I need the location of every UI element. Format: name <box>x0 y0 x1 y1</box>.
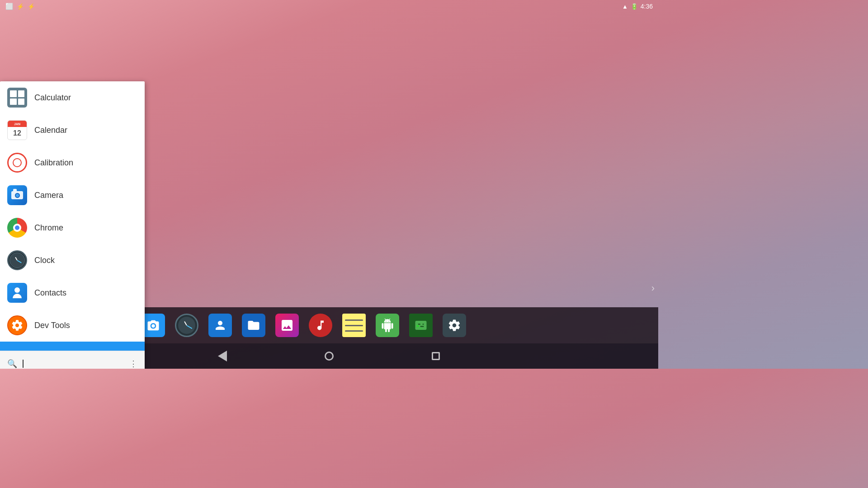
calculator-icon <box>7 88 27 108</box>
taskbar-photos[interactable] <box>271 310 303 341</box>
tb-android-icon <box>376 314 399 337</box>
search-icon: 🔍 <box>7 359 17 369</box>
wifi-icon: ▲ <box>622 3 628 10</box>
calculator-label: Calculator <box>34 93 71 103</box>
back-button[interactable] <box>214 348 231 364</box>
status-bar-right: ▲ 🔋 4:36 <box>622 3 653 10</box>
app-item-devtools[interactable]: Dev Tools <box>0 309 145 342</box>
status-bar: ⬜ ⚡ ⚡ ▲ 🔋 4:36 <box>0 0 658 13</box>
devtools-label: Dev Tools <box>34 321 70 330</box>
clock-label: Clock <box>34 256 55 265</box>
contacts-label: Contacts <box>34 288 66 298</box>
home-button[interactable] <box>321 348 337 364</box>
cursor-indicator <box>23 359 24 368</box>
app-item-calibration[interactable]: Calibration <box>0 146 145 179</box>
right-arrow-indicator[interactable]: › <box>648 279 658 298</box>
camera-label: Camera <box>34 191 63 200</box>
chrome-icon <box>7 218 27 238</box>
usb-icon: ⚡ <box>17 3 24 10</box>
calendar-label: Calendar <box>34 126 67 135</box>
tb-contacts-icon <box>208 314 232 337</box>
battery-icon: 🔋 <box>631 3 638 10</box>
taskbar-music[interactable] <box>305 310 336 341</box>
taskbar-clock[interactable] <box>171 310 203 341</box>
screen-icon: ⬜ <box>5 3 13 10</box>
tb-clock-icon <box>175 314 198 337</box>
calendar-icon: JAN 12 <box>7 120 27 140</box>
app-item-clock[interactable]: Clock <box>0 244 145 277</box>
more-options-icon[interactable]: ⋮ <box>129 359 137 369</box>
clock-time: 4:36 <box>641 3 653 10</box>
recent-icon <box>432 352 440 360</box>
taskbar-settings[interactable] <box>439 310 470 341</box>
camera-icon <box>7 185 27 205</box>
recent-button[interactable] <box>428 348 444 364</box>
status-bar-left: ⬜ ⚡ ⚡ <box>5 3 35 10</box>
home-icon <box>325 352 334 361</box>
app-list: Calculator JAN 12 Calendar Calibration <box>0 81 145 351</box>
app-item-calendar[interactable]: JAN 12 Calendar <box>0 114 145 146</box>
contacts-icon <box>7 283 27 303</box>
app-item-camera[interactable]: Camera <box>0 179 145 211</box>
taskbar-contacts[interactable] <box>204 310 236 341</box>
tb-settings-icon <box>443 314 466 337</box>
tb-terminal-icon: >_ <box>409 314 433 337</box>
tb-files-icon <box>242 314 265 337</box>
app-item-calculator[interactable]: Calculator <box>0 81 145 114</box>
tb-screenshot-icon <box>142 314 165 337</box>
tb-music-icon <box>309 314 332 337</box>
usb2-icon: ⚡ <box>28 3 35 10</box>
calibration-label: Calibration <box>34 158 73 168</box>
clock-icon <box>7 250 27 270</box>
drawer-search-bar: 🔍 ⋮ <box>0 351 145 369</box>
taskbar-android[interactable] <box>372 310 403 341</box>
taskbar-notes[interactable] <box>338 310 370 341</box>
tb-photos-icon <box>275 314 299 337</box>
tb-notes-icon <box>342 314 366 337</box>
calibration-icon <box>7 153 27 173</box>
taskbar-files[interactable] <box>238 310 269 341</box>
app-drawer: Calculator JAN 12 Calendar Calibration <box>0 81 145 369</box>
app-item-chrome[interactable]: Chrome <box>0 211 145 244</box>
svg-text:>_: >_ <box>416 324 422 329</box>
app-item-contacts[interactable]: Contacts <box>0 277 145 309</box>
app-item-partial <box>0 342 145 351</box>
devtools-icon <box>7 315 27 335</box>
chrome-label: Chrome <box>34 223 63 233</box>
taskbar-terminal[interactable]: >_ <box>405 310 437 341</box>
back-icon <box>218 351 227 361</box>
